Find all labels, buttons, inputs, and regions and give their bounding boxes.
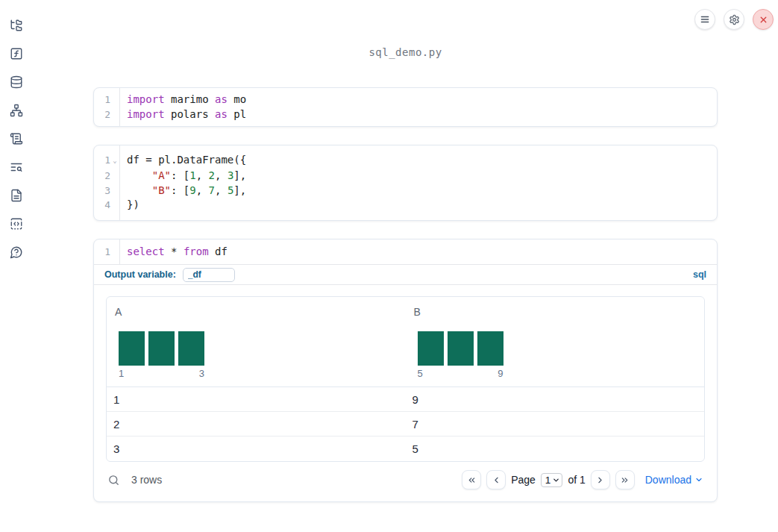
sidebar-item-snippets[interactable] — [9, 216, 24, 231]
cell-output: A 1 3 B — [94, 284, 717, 501]
database-icon — [10, 75, 23, 89]
code-text: import polars as pl — [119, 107, 246, 122]
table-row: 3 5 — [107, 436, 704, 461]
topbar-actions — [694, 9, 774, 30]
output-variable-row: Output variable: sql — [94, 264, 717, 284]
line-number: 2 — [94, 169, 110, 184]
row-count: 3 rows — [131, 474, 162, 486]
notebook-filename[interactable]: sql_demo.py — [93, 46, 718, 58]
code-editor[interactable]: 1import marimo as mo2import polars as pl — [94, 88, 717, 126]
table-cell: 2 — [107, 418, 406, 431]
previous-page-button[interactable] — [486, 470, 506, 489]
line-number: 4 — [94, 198, 110, 213]
output-variable-input[interactable] — [183, 268, 235, 282]
table-cell: 9 — [406, 393, 705, 406]
code-text: "B": [9, 7, 5], — [119, 184, 246, 198]
histogram-bar — [477, 331, 503, 366]
histogram-min-label: 5 — [418, 368, 423, 379]
sidebar-item-variables[interactable] — [9, 46, 24, 61]
code-text: import marimo as mo — [119, 93, 246, 107]
code-line: 3 "B": [9, 7, 5], — [94, 184, 717, 198]
text-search-icon — [10, 160, 23, 174]
sidebar-item-dependency-graph[interactable] — [9, 103, 24, 118]
notebook: sql_demo.py 1import marimo as mo2import … — [93, 46, 718, 502]
menu-icon — [700, 14, 710, 25]
code-text: }) — [119, 198, 139, 213]
network-icon — [10, 104, 23, 117]
download-button[interactable]: Download — [645, 474, 703, 486]
sidebar-item-file-explorer[interactable] — [9, 18, 24, 33]
folder-tree-icon — [10, 19, 23, 32]
column-histogram: 1 3 — [119, 331, 204, 379]
column-label: B — [414, 306, 705, 318]
sidebar-item-scratchpad[interactable] — [9, 188, 24, 203]
gear-icon — [729, 14, 740, 25]
histogram-bar — [148, 331, 175, 366]
code-line: 1⌄df = pl.DataFrame({ — [94, 153, 717, 169]
table-header: A 1 3 B — [107, 297, 704, 387]
table-cell: 7 — [406, 418, 705, 431]
function-square-icon — [10, 47, 23, 60]
code-text: select * from df — [119, 245, 228, 260]
code-editor[interactable]: 1⌄df = pl.DataFrame({2 "A": [1, 2, 3],3 … — [94, 145, 717, 220]
scroll-text-icon — [10, 132, 23, 145]
chevron-left-icon — [492, 475, 501, 485]
cell-imports: 1import marimo as mo2import polars as pl — [93, 87, 718, 127]
code-line: 2 "A": [1, 2, 3], — [94, 169, 717, 184]
code-line: 1select * from df — [94, 245, 717, 260]
code-line: 2import polars as pl — [94, 107, 717, 122]
chevrons-left-icon — [467, 475, 477, 485]
page-select[interactable]: 1 — [541, 473, 563, 487]
column-header-b[interactable]: B 5 9 — [406, 297, 705, 387]
table-cell: 3 — [107, 442, 406, 455]
cell-sql: 1select * from df Output variable: sql A… — [93, 239, 718, 503]
notebook-menu-button[interactable] — [694, 9, 715, 30]
table-row: 1 9 — [107, 387, 704, 412]
line-number: 2 — [94, 107, 110, 122]
column-histogram: 5 9 — [418, 331, 503, 379]
histogram-bar — [418, 331, 444, 366]
table-search-button[interactable] — [107, 474, 120, 486]
cell-dataframe: 1⌄df = pl.DataFrame({2 "A": [1, 2, 3],3 … — [93, 145, 718, 221]
histogram-max-label: 9 — [498, 368, 503, 379]
sidebar-item-documentation-search[interactable] — [9, 160, 24, 175]
histogram-bar — [178, 331, 204, 366]
table-cell: 5 — [406, 442, 705, 455]
next-page-button[interactable] — [591, 470, 610, 489]
histogram-bar — [119, 331, 145, 366]
page-label: Page — [511, 474, 536, 486]
sidebar — [0, 0, 33, 532]
line-number: 3 — [94, 184, 110, 198]
settings-button[interactable] — [724, 9, 744, 30]
column-label: A — [115, 306, 406, 318]
sql-language-badge[interactable]: sql — [693, 269, 706, 280]
code-text: df = pl.DataFrame({ — [119, 153, 246, 169]
chevron-down-icon — [552, 476, 560, 484]
sidebar-item-logs[interactable] — [9, 131, 24, 146]
histogram-bar — [448, 331, 474, 366]
line-number: 1 — [94, 153, 110, 169]
table-row: 2 7 — [107, 412, 704, 436]
table-footer: 3 rows Page 1 — [106, 466, 705, 493]
pagination: Page 1 of 1 — [462, 470, 703, 489]
page-total-label: of 1 — [568, 474, 585, 486]
table-cell: 1 — [107, 393, 406, 406]
dataframe-table: A 1 3 B — [106, 296, 705, 462]
column-header-a[interactable]: A 1 3 — [107, 297, 406, 387]
last-page-button[interactable] — [615, 470, 635, 489]
close-icon — [759, 15, 768, 25]
fold-chevron-icon[interactable]: ⌄ — [110, 153, 119, 169]
chevron-right-icon — [595, 475, 605, 485]
line-number: 1 — [94, 93, 110, 107]
histogram-min-label: 1 — [119, 368, 124, 379]
chevron-down-icon — [694, 475, 703, 484]
search-icon — [107, 474, 120, 486]
help-bubble-icon — [10, 245, 23, 259]
sidebar-item-data-sources[interactable] — [9, 75, 24, 90]
download-label: Download — [645, 474, 691, 486]
sql-code-editor[interactable]: 1select * from df — [94, 240, 717, 265]
sidebar-item-help[interactable] — [9, 245, 24, 260]
first-page-button[interactable] — [462, 470, 481, 489]
file-text-icon — [10, 189, 23, 202]
shutdown-button[interactable] — [753, 9, 774, 30]
